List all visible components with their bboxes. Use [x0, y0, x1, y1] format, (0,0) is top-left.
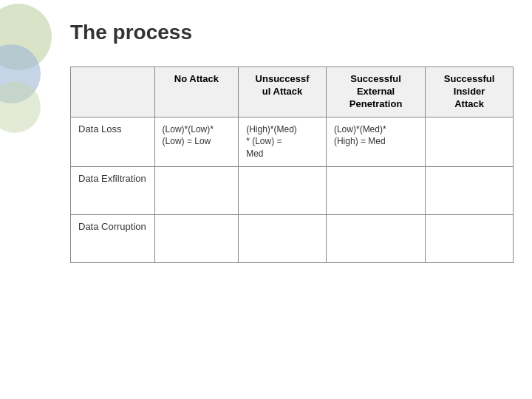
- cell-corruption-no-attack: [154, 215, 239, 263]
- decorative-shapes: [0, 0, 59, 133]
- header-row-label: [71, 67, 155, 117]
- cell-data-loss-no-attack: (Low)*(Low)*(Low) = Low: [154, 117, 239, 166]
- table-row-data-loss: Data Loss (Low)*(Low)*(Low) = Low (High)…: [71, 117, 514, 166]
- row-label-data-exfiltration: Data Exfiltration: [71, 167, 155, 215]
- cell-corruption-insider: [426, 215, 514, 263]
- header-no-attack: No Attack: [154, 67, 239, 117]
- row-label-data-corruption: Data Corruption: [71, 215, 155, 263]
- cell-data-loss-insider: [426, 117, 514, 166]
- table-row-data-corruption: Data Corruption: [71, 215, 514, 263]
- header-unsuccessful-attack: Unsuccessful Attack: [239, 67, 327, 117]
- header-unsuccessful-label: Unsuccessful Attack: [256, 73, 310, 97]
- process-table: No Attack Unsuccessful Attack Successful…: [70, 66, 514, 263]
- cell-content: (High)*(Med)* (Low) =Med: [246, 124, 297, 160]
- header-external-penetration: SuccessfulExternalPenetration: [326, 67, 425, 117]
- page-title: The process: [70, 21, 192, 44]
- header-external-label: SuccessfulExternalPenetration: [349, 73, 403, 109]
- table-row-data-exfiltration: Data Exfiltration: [71, 167, 514, 215]
- cell-content: (Low)*(Low)*(Low) = Low: [163, 124, 214, 147]
- header-insider-label: SuccessfulInsiderAttack: [444, 73, 495, 109]
- row-label-data-loss: Data Loss: [71, 117, 155, 166]
- cell-exfiltration-external: [326, 167, 425, 215]
- table-header-row: No Attack Unsuccessful Attack Successful…: [71, 67, 514, 117]
- cell-data-loss-external: (Low)*(Med)*(High) = Med: [326, 117, 425, 166]
- cell-exfiltration-insider: [426, 167, 514, 215]
- cell-exfiltration-no-attack: [154, 167, 239, 215]
- cell-corruption-external: [326, 215, 425, 263]
- main-table-container: No Attack Unsuccessful Attack Successful…: [70, 66, 514, 263]
- header-insider-attack: SuccessfulInsiderAttack: [426, 67, 514, 117]
- cell-corruption-unsuccessful: [239, 215, 327, 263]
- cell-exfiltration-unsuccessful: [239, 167, 327, 215]
- cell-data-loss-unsuccessful: (High)*(Med)* (Low) =Med: [239, 117, 327, 166]
- cell-content: (Low)*(Med)*(High) = Med: [334, 124, 386, 147]
